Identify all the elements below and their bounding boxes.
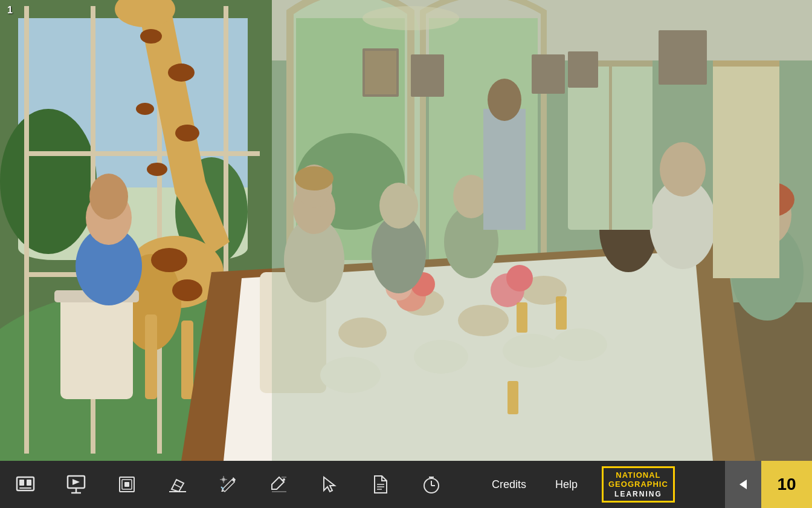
main-photo-area [0, 0, 812, 461]
timer-button[interactable] [406, 461, 457, 508]
svg-point-21 [175, 125, 199, 142]
svg-rect-13 [24, 151, 260, 156]
slideshow-icon [16, 475, 35, 494]
svg-rect-85 [27, 480, 31, 486]
svg-rect-93 [124, 482, 129, 487]
natgeo-line1: NATIONAL [616, 471, 660, 480]
layers-button[interactable] [102, 461, 152, 508]
page-number-display: 10 [761, 461, 812, 508]
page-number: 10 [777, 475, 796, 494]
svg-point-7 [0, 109, 97, 254]
svg-point-27 [172, 279, 202, 301]
marker-icon [269, 475, 289, 494]
page-indicator: 1 [7, 5, 13, 16]
prev-page-button[interactable] [725, 461, 761, 508]
prev-arrow-icon [736, 477, 750, 492]
present-icon [66, 475, 86, 494]
present-button[interactable] [51, 461, 102, 508]
svg-rect-84 [19, 480, 24, 486]
svg-rect-29 [181, 321, 193, 399]
natgeo-line3: LEARNING [614, 490, 662, 498]
svg-rect-40 [60, 290, 133, 399]
svg-point-18 [140, 29, 162, 44]
marker-button[interactable] [254, 461, 304, 508]
svg-rect-28 [145, 314, 157, 399]
natgeo-line2: GEOGRAPHIC [608, 480, 668, 489]
eraser-button[interactable] [152, 461, 203, 508]
timer-icon [422, 475, 441, 494]
svg-line-95 [175, 484, 181, 487]
svg-line-96 [221, 487, 224, 489]
svg-rect-9 [24, 6, 29, 454]
natgeo-logo: NATIONAL GEOGRAPHIC LEARNING [592, 461, 725, 508]
svg-point-20 [136, 103, 154, 115]
svg-rect-86 [19, 487, 31, 489]
eraser-icon [168, 475, 187, 494]
pen-icon [219, 475, 238, 494]
slideshow-button[interactable] [0, 461, 51, 508]
natgeo-border: NATIONAL GEOGRAPHIC LEARNING [602, 466, 675, 503]
tool-buttons [0, 461, 457, 508]
layers-icon [117, 475, 137, 494]
svg-rect-82 [272, 0, 812, 461]
credits-button[interactable]: Credits [477, 461, 541, 508]
svg-point-45 [89, 174, 128, 220]
toolbar: Credits Help NATIONAL GEOGRAPHIC LEARNIN… [0, 461, 812, 508]
svg-marker-111 [740, 480, 747, 489]
pen-button[interactable] [203, 461, 254, 508]
document-button[interactable] [355, 461, 406, 508]
svg-point-101 [283, 478, 285, 481]
cursor-button[interactable] [304, 461, 355, 508]
svg-point-26 [151, 248, 187, 272]
cursor-icon [320, 475, 340, 494]
svg-point-19 [168, 63, 195, 82]
help-button[interactable]: Help [541, 461, 592, 508]
svg-marker-90 [72, 479, 80, 485]
svg-point-22 [147, 163, 167, 176]
document-icon [371, 475, 390, 494]
